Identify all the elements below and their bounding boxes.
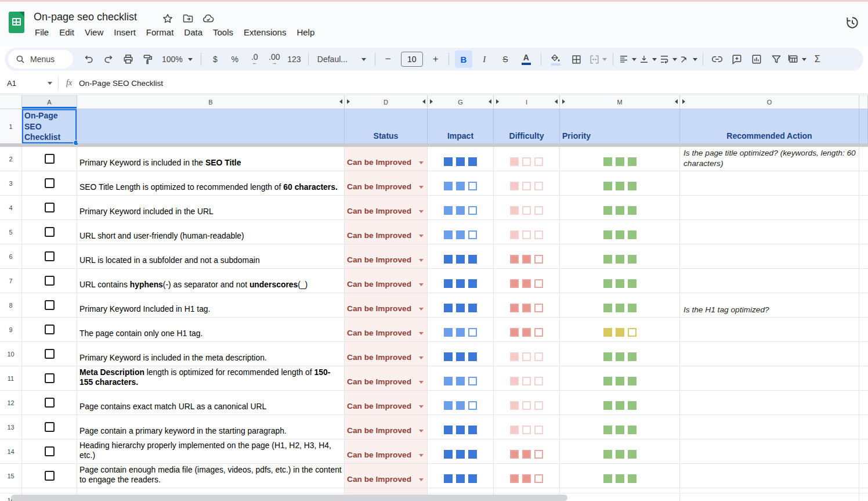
status-cell-row-15[interactable]: Can be Improved xyxy=(345,464,428,488)
dropdown-arrow-icon[interactable] xyxy=(419,210,424,213)
priority-cell-row-11[interactable] xyxy=(560,366,680,391)
status-cell-row-8[interactable]: Can be Improved xyxy=(345,293,428,318)
partial-cell-row-16[interactable] xyxy=(859,488,868,501)
partial-cell-row-7[interactable] xyxy=(859,269,868,293)
task-cell-row-11[interactable]: Meta Description length is optimized for… xyxy=(77,366,345,391)
cell-g1-impact-header[interactable]: Impact xyxy=(428,109,494,143)
action-cell-row-4[interactable] xyxy=(680,196,859,220)
text-rotation-button[interactable] xyxy=(679,51,697,68)
hidden-column-marker-left[interactable] xyxy=(675,99,678,104)
hidden-column-marker-right[interactable] xyxy=(496,99,499,104)
priority-cell-row-10[interactable] xyxy=(560,342,680,366)
hidden-column-marker-right[interactable] xyxy=(430,99,433,104)
hidden-column-marker-left[interactable] xyxy=(339,99,342,104)
checkbox-unchecked[interactable] xyxy=(45,422,55,432)
impact-cell-row-9[interactable] xyxy=(428,318,494,342)
difficulty-cell-row-9[interactable] xyxy=(494,318,560,342)
partial-cell-row-13[interactable] xyxy=(859,415,868,439)
task-cell-row-2[interactable]: Primary Keyword is included in the SEO T… xyxy=(77,147,345,171)
column-header-g[interactable]: G xyxy=(428,95,494,109)
status-cell-row-2[interactable]: Can be Improved xyxy=(345,147,428,171)
dropdown-arrow-icon[interactable] xyxy=(419,478,424,481)
menu-data[interactable]: Data xyxy=(179,26,208,38)
cell-p1[interactable] xyxy=(859,109,868,143)
decrease-decimal-button[interactable]: .0← xyxy=(246,51,263,68)
action-cell-row-15[interactable] xyxy=(680,464,859,488)
row-header-3[interactable]: 3 xyxy=(0,171,22,196)
checkbox-unchecked[interactable] xyxy=(45,446,55,456)
difficulty-cell-row-2[interactable] xyxy=(494,147,560,171)
status-cell-row-11[interactable]: Can be Improved xyxy=(345,366,428,391)
italic-button[interactable]: I xyxy=(476,51,493,68)
menus-search[interactable]: Menus xyxy=(8,50,73,69)
create-filter-button[interactable] xyxy=(768,51,785,68)
menu-view[interactable]: View xyxy=(79,26,108,38)
horizontal-align-button[interactable] xyxy=(619,51,636,68)
status-cell-row-14[interactable]: Can be Improved xyxy=(345,439,428,464)
print-button[interactable] xyxy=(120,51,137,68)
impact-cell-row-14[interactable] xyxy=(428,439,494,464)
row-header-12[interactable]: 12 xyxy=(0,391,22,415)
status-cell-row-6[interactable]: Can be Improved xyxy=(345,244,428,269)
status-cell-row-13[interactable]: Can be Improved xyxy=(345,415,428,439)
difficulty-cell-row-11[interactable] xyxy=(494,366,560,391)
dropdown-arrow-icon[interactable] xyxy=(419,332,424,335)
action-cell-row-14[interactable] xyxy=(680,439,859,464)
cell-o1-action-header[interactable]: Recommended Action xyxy=(680,109,859,143)
status-cell-row-10[interactable]: Can be Improved xyxy=(345,342,428,366)
partial-cell-row-15[interactable] xyxy=(859,464,868,488)
menu-tools[interactable]: Tools xyxy=(208,26,238,38)
undo-button[interactable] xyxy=(80,51,97,68)
dropdown-arrow-icon[interactable] xyxy=(419,356,424,359)
cell-d1-status-header[interactable]: Status xyxy=(345,109,428,143)
priority-cell-row-15[interactable] xyxy=(560,464,680,488)
partial-cell-row-8[interactable] xyxy=(859,293,868,318)
row-header-1[interactable]: 1 xyxy=(0,109,22,143)
row-header-9[interactable]: 9 xyxy=(0,318,22,342)
priority-cell-row-2[interactable] xyxy=(560,147,680,171)
priority-cell-row-13[interactable] xyxy=(560,415,680,439)
functions-button[interactable]: Σ xyxy=(809,51,826,68)
column-header-b[interactable]: B xyxy=(77,95,345,109)
priority-cell-row-12[interactable] xyxy=(560,391,680,415)
action-cell-row-8[interactable]: Is the H1 tag optimized? xyxy=(680,293,859,318)
difficulty-cell-row-6[interactable] xyxy=(494,244,560,269)
vertical-align-button[interactable] xyxy=(639,51,657,68)
row-header-8[interactable]: 8 xyxy=(0,293,22,318)
difficulty-cell-row-15[interactable] xyxy=(494,464,560,488)
partial-cell-row-2[interactable] xyxy=(859,147,868,171)
text-color-button[interactable]: A xyxy=(518,51,535,68)
row-header-15[interactable]: 15 xyxy=(0,464,22,488)
partial-cell-row-12[interactable] xyxy=(859,391,868,415)
name-box[interactable]: A1 xyxy=(0,79,58,88)
column-header-o[interactable]: O xyxy=(680,95,859,109)
action-cell-row-5[interactable] xyxy=(680,220,859,244)
action-cell-row-11[interactable] xyxy=(680,366,859,391)
dropdown-arrow-icon[interactable] xyxy=(419,430,424,432)
action-cell-row-6[interactable] xyxy=(680,244,859,269)
priority-cell-row-4[interactable] xyxy=(560,196,680,220)
format-percent-button[interactable]: % xyxy=(226,51,244,68)
priority-cell-row-16[interactable] xyxy=(560,488,680,501)
checkbox-cell-row-11[interactable] xyxy=(22,366,77,391)
insert-table-button[interactable] xyxy=(787,51,806,68)
status-cell-row-9[interactable]: Can be Improved xyxy=(345,318,428,342)
hidden-column-marker-right[interactable] xyxy=(347,99,350,104)
zoom-control[interactable]: 100% xyxy=(158,51,197,68)
difficulty-cell-row-13[interactable] xyxy=(494,415,560,439)
checkbox-cell-row-4[interactable] xyxy=(22,196,77,220)
decrease-font-size-button[interactable]: − xyxy=(379,51,397,68)
dropdown-arrow-icon[interactable] xyxy=(419,454,424,457)
paint-format-button[interactable] xyxy=(139,51,157,68)
impact-cell-row-13[interactable] xyxy=(428,415,494,439)
dropdown-arrow-icon[interactable] xyxy=(419,283,424,286)
difficulty-cell-row-3[interactable] xyxy=(494,171,560,196)
checkbox-cell-row-8[interactable] xyxy=(22,293,77,318)
status-cell-row-7[interactable]: Can be Improved xyxy=(345,269,428,293)
task-cell-row-13[interactable]: Page contain a primary keyword in the st… xyxy=(77,415,345,439)
insert-chart-button[interactable] xyxy=(748,51,765,68)
status-cell-row-12[interactable]: Can be Improved xyxy=(345,391,428,415)
impact-cell-row-8[interactable] xyxy=(428,293,494,318)
task-cell-row-10[interactable]: Primary Keyword is included in the meta … xyxy=(77,342,345,366)
priority-cell-row-8[interactable] xyxy=(560,293,680,318)
